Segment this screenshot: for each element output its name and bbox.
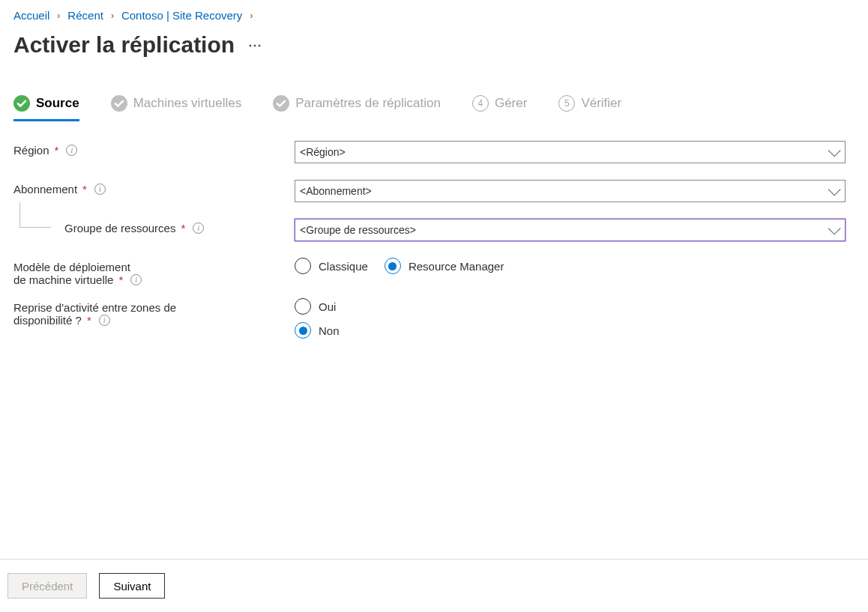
svg-point-0 xyxy=(13,95,30,112)
step-number-icon: 5 xyxy=(558,95,575,112)
next-button[interactable]: Suivant xyxy=(99,573,165,599)
breadcrumb-home[interactable]: Accueil xyxy=(13,9,49,22)
tab-label: Gérer xyxy=(495,96,527,111)
radio-zone-yes[interactable] xyxy=(295,298,311,315)
required-asterisk: * xyxy=(118,273,123,286)
resource-group-label: Groupe de ressources * i xyxy=(13,219,295,234)
radio-resource-manager-label[interactable]: Resource Manager xyxy=(409,260,504,273)
chevron-right-icon: › xyxy=(111,10,114,21)
zone-dr-label: Reprise d'activité entre zones de dispon… xyxy=(13,298,295,327)
more-actions-button[interactable]: ⋯ xyxy=(248,37,262,53)
tab-label: Paramètres de réplication xyxy=(295,96,441,111)
dropdown-value: <Abonnement> xyxy=(300,185,372,197)
breadcrumb-recent[interactable]: Récent xyxy=(67,9,103,22)
required-asterisk: * xyxy=(55,144,59,157)
radio-classic[interactable] xyxy=(295,258,311,274)
chevron-right-icon: › xyxy=(57,10,60,21)
tab-label: Machines virtuelles xyxy=(133,96,242,111)
chevron-down-icon xyxy=(828,144,841,157)
chevron-right-icon: › xyxy=(250,10,253,21)
dropdown-value: <Groupe de ressources> xyxy=(300,224,416,236)
chevron-down-icon xyxy=(828,183,841,196)
radio-classic-label[interactable]: Classique xyxy=(319,260,368,273)
source-form: Région * i <Région> Abonnement * i <Abon… xyxy=(13,141,855,346)
svg-point-1 xyxy=(111,95,127,112)
page-title: Activer la réplication ⋯ xyxy=(13,32,855,58)
step-tabs: Source Machines virtuelles Paramètres de… xyxy=(13,95,855,121)
info-icon[interactable]: i xyxy=(66,145,77,156)
subscription-dropdown[interactable]: <Abonnement> xyxy=(295,180,846,202)
info-icon[interactable]: i xyxy=(99,315,110,326)
subscription-label: Abonnement * i xyxy=(13,180,295,196)
tab-replication-settings[interactable]: Paramètres de réplication xyxy=(273,95,441,121)
check-circle-icon xyxy=(13,95,30,112)
breadcrumb-site-recovery[interactable]: Contoso | Site Recovery xyxy=(121,9,242,22)
breadcrumb: Accueil › Récent › Contoso | Site Recove… xyxy=(13,9,855,22)
svg-point-2 xyxy=(273,95,289,112)
tab-manage[interactable]: 4 Gérer xyxy=(472,95,527,121)
radio-zone-no[interactable] xyxy=(295,322,311,339)
radio-zone-no-label[interactable]: Non xyxy=(319,324,340,337)
region-dropdown[interactable]: <Région> xyxy=(295,141,846,163)
info-icon[interactable]: i xyxy=(193,222,204,234)
tab-label: Vérifier xyxy=(581,96,621,111)
chevron-down-icon xyxy=(828,222,841,234)
tab-vms[interactable]: Machines virtuelles xyxy=(111,95,242,121)
radio-zone-yes-label[interactable]: Oui xyxy=(319,300,336,313)
tab-verify[interactable]: 5 Vérifier xyxy=(558,95,621,121)
dropdown-value: <Région> xyxy=(300,146,346,158)
required-asterisk: * xyxy=(82,183,87,196)
footer-actions: Précédent Suivant xyxy=(0,559,868,612)
previous-button: Précédent xyxy=(7,573,87,599)
page-title-text: Activer la réplication xyxy=(13,32,235,58)
check-circle-icon xyxy=(111,95,127,112)
radio-resource-manager[interactable] xyxy=(385,258,401,274)
tab-label: Source xyxy=(36,96,79,111)
required-asterisk: * xyxy=(181,222,185,234)
region-label: Région * i xyxy=(13,141,295,157)
deployment-model-label: Modèle de déploiement de machine virtuel… xyxy=(13,258,295,286)
step-number-icon: 4 xyxy=(472,95,489,112)
tab-source[interactable]: Source xyxy=(13,95,79,121)
info-icon[interactable]: i xyxy=(94,184,106,195)
check-circle-icon xyxy=(273,95,289,112)
required-asterisk: * xyxy=(87,314,91,327)
tree-connector-icon xyxy=(19,202,51,228)
resource-group-dropdown[interactable]: <Groupe de ressources> xyxy=(295,219,846,241)
info-icon[interactable]: i xyxy=(130,274,142,285)
